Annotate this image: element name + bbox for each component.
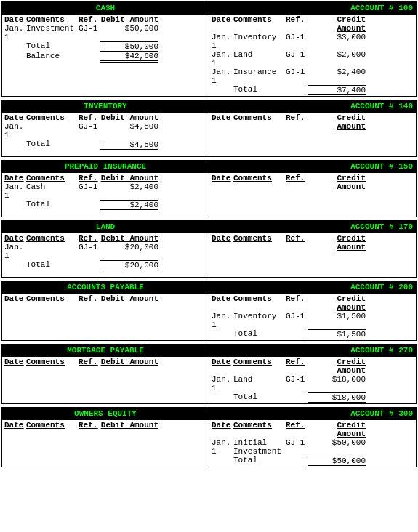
balance-label: Balance [26,52,100,63]
cell-amount: $1,500 [308,312,366,329]
cell-ref: GJ-1 [286,312,308,329]
cell-date: Jan. 1 [212,50,233,68]
column-headers-left: DateCommentsRef.Debit Amount [4,234,206,243]
ledger-container: CASHACCOUNT # 100DateCommentsRef.Debit A… [0,0,418,472]
ledger-left-title-land: LAND [2,221,209,233]
ledger-left-side-owners-equity: DateCommentsRef.Debit Amount [2,420,209,467]
col-header-credit-amount-right: Credit Amount [308,421,366,438]
ledger-left-title-owners-equity: OWNERS EQUITY [2,408,209,419]
ledger-right-side-prepaid-insurance: DateCommentsRef.Credit Amount [209,173,416,217]
column-headers-right: DateCommentsRef.Credit Amount [212,113,414,131]
total-label: Total [233,456,308,466]
column-headers-right: DateCommentsRef.Credit Amount [212,234,414,251]
total-label: Total [233,392,308,403]
col-header-debit-amount-left: Debit Amount [100,234,158,243]
col-header-ref-left: Ref. [79,113,100,122]
table-row: Jan. 1GJ-1$20,000 [4,243,206,260]
col-header-comments-right: Comments [233,174,286,191]
col-header-credit-amount-right: Credit Amount [308,294,366,312]
ledger-left-title-inventory: INVENTORY [2,100,209,112]
cell-ref: GJ-1 [286,33,308,50]
col-header-ref-right: Ref. [286,113,308,131]
cell-date: Jan. 1 [212,312,233,329]
total-row-right: Total$7,400 [212,85,414,95]
col-header-credit-amount-right: Credit Amount [308,15,366,33]
col-header-ref-left: Ref. [79,174,100,182]
ledger-right-title-cash: ACCOUNT # 100 [209,2,416,14]
col-header-date-right: Date [212,294,233,312]
column-headers-left: DateCommentsRef.Debit Amount [4,15,206,24]
cell-ref: GJ-1 [286,50,308,68]
col-header-ref-right: Ref. [286,294,308,312]
balance-amount: $42,600 [100,52,158,63]
ledger-right-side-inventory: DateCommentsRef.Credit Amount [209,113,416,156]
col-header-comments-left: Comments [26,15,79,24]
col-header-comments-right: Comments [233,113,286,131]
total-amount: $20,000 [100,260,158,270]
col-header-debit-amount-left: Debit Amount [100,294,158,303]
total-row-right: Total$1,500 [212,329,414,339]
col-header-ref-left: Ref. [79,234,100,243]
total-amount: $2,400 [100,200,158,210]
ledger-right-side-cash: DateCommentsRef.Credit AmountJan. 1Inven… [209,15,416,96]
table-row: Jan. 1InventoryGJ-1$1,500 [212,312,414,329]
total-label: Total [233,85,308,95]
col-header-comments-left: Comments [26,358,79,366]
total-amount: $50,000 [100,41,158,52]
total-row-left: Total$20,000 [4,260,206,270]
column-headers-right: DateCommentsRef.Credit Amount [212,358,414,375]
col-header-ref-left: Ref. [79,15,100,24]
column-headers-right: DateCommentsRef.Credit Amount [212,15,414,33]
col-header-date-left: Date [4,358,26,366]
ledger-right-side-owners-equity: DateCommentsRef.Credit AmountJan. 1Initi… [209,420,416,467]
ledger-body-inventory: DateCommentsRef.Debit AmountJan. 1GJ-1$4… [2,112,416,156]
col-header-date-right: Date [212,234,233,251]
column-headers-right: DateCommentsRef.Credit Amount [212,421,414,438]
cell-ref: GJ-1 [286,375,308,392]
col-header-date-right: Date [212,421,233,438]
table-row: Jan. 1InventoryGJ-1$3,000 [212,33,414,50]
table-row: Jan. 1CashGJ-1$2,400 [4,182,206,200]
ledger-body-owners-equity: DateCommentsRef.Debit AmountDateComments… [2,419,416,467]
col-header-comments-right: Comments [233,358,286,375]
table-row: Jan. 1LandGJ-1$2,000 [212,50,414,68]
total-amount: $50,000 [308,456,366,466]
col-header-debit-amount-left: Debit Amount [100,15,158,24]
col-header-date-left: Date [4,113,26,122]
col-header-date-right: Date [212,15,233,33]
cell-date: Jan. 1 [212,68,233,85]
ledger-header-land: LANDACCOUNT # 170 [2,221,416,233]
total-row-left: Total$50,000 [4,41,206,52]
ledger-right-side-land: DateCommentsRef.Credit Amount [209,233,416,277]
ledger-header-accounts-payable: ACCOUNTS PAYABLEACCOUNT # 200 [2,281,416,293]
table-row: Jan. 1Initial InvestmentGJ-1$50,000 [212,438,414,456]
total-amount: $18,000 [308,392,366,403]
ledger-header-cash: CASHACCOUNT # 100 [2,2,416,14]
ledger-header-owners-equity: OWNERS EQUITYACCOUNT # 300 [2,408,416,419]
table-row: Jan. 1InvestmentGJ-1$50,000 [4,24,206,41]
col-header-date-left: Date [4,15,26,24]
column-headers-left: DateCommentsRef.Debit Amount [4,294,206,303]
cell-ref: GJ-1 [286,438,308,456]
total-label: Total [233,329,308,339]
ledger-header-prepaid-insurance: PREPAID INSURANCEACCOUNT # 150 [2,161,416,172]
cell-date: Jan. 1 [4,182,26,200]
cell-comments: Investment [26,24,79,41]
table-row: Jan. 1GJ-1$4,500 [4,122,206,140]
ledger-mortgage-payable: MORTGAGE PAYABLEACCOUNT # 270DateComment… [1,344,417,404]
cell-amount: $3,000 [308,33,366,50]
col-header-date-right: Date [212,113,233,131]
total-label: Total [26,41,100,52]
cell-amount: $18,000 [308,375,366,392]
total-label: Total [26,200,100,210]
cell-ref: GJ-1 [79,122,100,140]
ledger-left-side-prepaid-insurance: DateCommentsRef.Debit AmountJan. 1CashGJ… [2,173,209,217]
total-row-right: Total$50,000 [212,456,414,466]
col-header-debit-amount-left: Debit Amount [100,113,158,122]
col-header-date-right: Date [212,358,233,375]
col-header-ref-left: Ref. [79,294,100,303]
cell-amount: $2,400 [308,68,366,85]
ledger-cash: CASHACCOUNT # 100DateCommentsRef.Debit A… [1,1,417,97]
total-amount: $4,500 [100,140,158,150]
ledger-inventory: INVENTORYACCOUNT # 140DateCommentsRef.De… [1,100,417,157]
